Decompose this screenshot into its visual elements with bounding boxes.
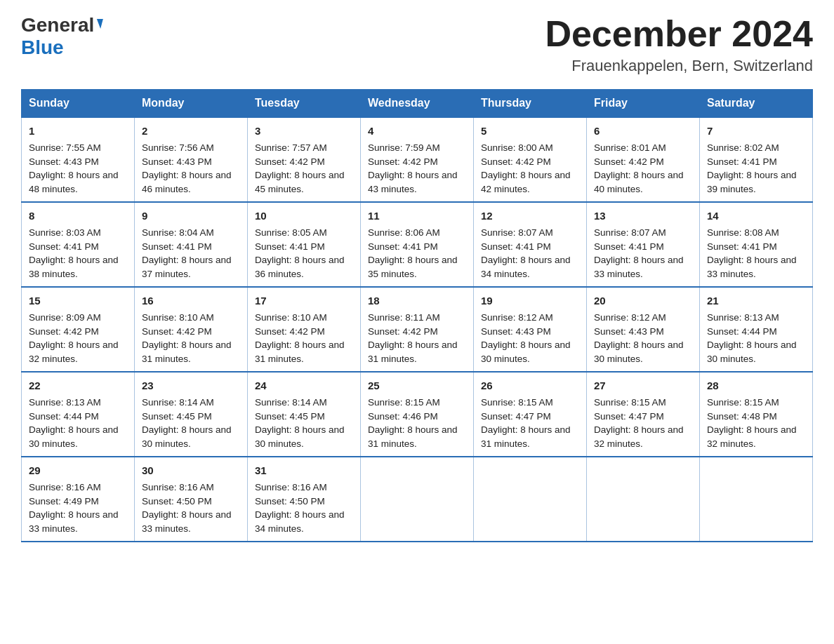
daylight-text: Daylight: 8 hours and 36 minutes. [255, 255, 345, 279]
daylight-text: Daylight: 8 hours and 31 minutes. [368, 340, 458, 364]
sunset-text: Sunset: 4:41 PM [142, 241, 212, 252]
daylight-text: Daylight: 8 hours and 33 minutes. [142, 509, 232, 534]
sunset-text: Sunset: 4:42 PM [29, 326, 99, 337]
sunset-text: Sunset: 4:47 PM [481, 411, 551, 422]
daylight-text: Daylight: 8 hours and 45 minutes. [255, 170, 345, 194]
daylight-text: Daylight: 8 hours and 38 minutes. [29, 255, 119, 279]
calendar-cell [700, 457, 813, 542]
col-friday: Friday [587, 90, 700, 118]
day-number: 3 [255, 123, 353, 139]
daylight-text: Daylight: 8 hours and 31 minutes. [481, 424, 571, 449]
sunset-text: Sunset: 4:43 PM [481, 326, 551, 337]
col-monday: Monday [135, 90, 248, 118]
sunset-text: Sunset: 4:42 PM [368, 326, 438, 337]
logo-arrow-icon [94, 19, 103, 29]
logo-blue-text: Blue [21, 36, 64, 58]
day-number: 13 [594, 208, 692, 224]
daylight-text: Daylight: 8 hours and 35 minutes. [368, 255, 458, 279]
sunset-text: Sunset: 4:44 PM [29, 411, 99, 422]
calendar-cell: 19Sunrise: 8:12 AMSunset: 4:43 PMDayligh… [474, 287, 587, 372]
col-saturday: Saturday [700, 90, 813, 118]
calendar-cell: 26Sunrise: 8:15 AMSunset: 4:47 PMDayligh… [474, 372, 587, 457]
daylight-text: Daylight: 8 hours and 46 minutes. [142, 170, 232, 194]
daylight-text: Daylight: 8 hours and 48 minutes. [29, 170, 119, 194]
sunrise-text: Sunrise: 8:13 AM [707, 312, 779, 323]
sunset-text: Sunset: 4:44 PM [707, 326, 777, 337]
sunrise-text: Sunrise: 8:00 AM [481, 142, 553, 153]
daylight-text: Daylight: 8 hours and 43 minutes. [368, 170, 458, 194]
sunset-text: Sunset: 4:45 PM [142, 411, 212, 422]
sunset-text: Sunset: 4:41 PM [707, 156, 777, 167]
sunset-text: Sunset: 4:41 PM [594, 241, 664, 252]
sunrise-text: Sunrise: 8:05 AM [255, 227, 327, 238]
calendar-table: Sunday Monday Tuesday Wednesday Thursday… [21, 89, 813, 542]
sunrise-text: Sunrise: 8:08 AM [707, 227, 779, 238]
sunrise-text: Sunrise: 8:14 AM [142, 397, 214, 408]
daylight-text: Daylight: 8 hours and 32 minutes. [594, 424, 684, 449]
daylight-text: Daylight: 8 hours and 32 minutes. [29, 340, 119, 364]
sunrise-text: Sunrise: 7:59 AM [368, 142, 440, 153]
day-number: 11 [368, 208, 466, 224]
day-number: 27 [594, 378, 692, 394]
day-number: 7 [707, 123, 805, 139]
day-number: 10 [255, 208, 353, 224]
sunrise-text: Sunrise: 8:15 AM [368, 397, 440, 408]
calendar-cell: 2Sunrise: 7:56 AMSunset: 4:43 PMDaylight… [135, 117, 248, 202]
sunset-text: Sunset: 4:43 PM [142, 156, 212, 167]
daylight-text: Daylight: 8 hours and 33 minutes. [594, 255, 684, 279]
sunset-text: Sunset: 4:42 PM [255, 326, 325, 337]
day-number: 20 [594, 293, 692, 309]
daylight-text: Daylight: 8 hours and 32 minutes. [707, 424, 797, 449]
sunrise-text: Sunrise: 8:04 AM [142, 227, 214, 238]
calendar-cell: 7Sunrise: 8:02 AMSunset: 4:41 PMDaylight… [700, 117, 813, 202]
sunrise-text: Sunrise: 8:10 AM [255, 312, 327, 323]
sunrise-text: Sunrise: 8:03 AM [29, 227, 101, 238]
sunset-text: Sunset: 4:43 PM [29, 156, 99, 167]
day-number: 25 [368, 378, 466, 394]
calendar-cell: 23Sunrise: 8:14 AMSunset: 4:45 PMDayligh… [135, 372, 248, 457]
calendar-cell: 22Sunrise: 8:13 AMSunset: 4:44 PMDayligh… [22, 372, 135, 457]
sunrise-text: Sunrise: 8:16 AM [142, 482, 214, 492]
sunrise-text: Sunrise: 8:16 AM [255, 482, 327, 492]
day-number: 23 [142, 378, 240, 394]
calendar-cell: 24Sunrise: 8:14 AMSunset: 4:45 PMDayligh… [248, 372, 361, 457]
sunset-text: Sunset: 4:48 PM [707, 411, 777, 422]
month-title: December 2024 [545, 14, 813, 54]
calendar-cell: 6Sunrise: 8:01 AMSunset: 4:42 PMDaylight… [587, 117, 700, 202]
day-number: 5 [481, 123, 579, 139]
day-number: 31 [255, 463, 353, 478]
sunrise-text: Sunrise: 8:12 AM [481, 312, 553, 323]
calendar-cell [587, 457, 700, 542]
calendar-cell: 28Sunrise: 8:15 AMSunset: 4:48 PMDayligh… [700, 372, 813, 457]
calendar-cell: 16Sunrise: 8:10 AMSunset: 4:42 PMDayligh… [135, 287, 248, 372]
sunset-text: Sunset: 4:50 PM [255, 496, 325, 507]
col-thursday: Thursday [474, 90, 587, 118]
day-number: 16 [142, 293, 240, 309]
sunrise-text: Sunrise: 8:15 AM [707, 397, 779, 408]
sunrise-text: Sunrise: 8:01 AM [594, 142, 666, 153]
day-number: 30 [142, 463, 240, 478]
day-number: 4 [368, 123, 466, 139]
calendar-week-row: 29Sunrise: 8:16 AMSunset: 4:49 PMDayligh… [22, 457, 813, 542]
sunrise-text: Sunrise: 8:06 AM [368, 227, 440, 238]
daylight-text: Daylight: 8 hours and 31 minutes. [255, 340, 345, 364]
location-title: Frauenkappelen, Bern, Switzerland [545, 57, 813, 75]
day-number: 28 [707, 378, 805, 394]
day-number: 2 [142, 123, 240, 139]
sunset-text: Sunset: 4:41 PM [368, 241, 438, 252]
daylight-text: Daylight: 8 hours and 33 minutes. [29, 509, 119, 534]
calendar-cell: 25Sunrise: 8:15 AMSunset: 4:46 PMDayligh… [361, 372, 474, 457]
day-number: 22 [29, 378, 127, 394]
calendar-cell: 1Sunrise: 7:55 AMSunset: 4:43 PMDaylight… [22, 117, 135, 202]
calendar-week-row: 8Sunrise: 8:03 AMSunset: 4:41 PMDaylight… [22, 202, 813, 287]
daylight-text: Daylight: 8 hours and 34 minutes. [481, 255, 571, 279]
calendar-cell: 15Sunrise: 8:09 AMSunset: 4:42 PMDayligh… [22, 287, 135, 372]
calendar-cell: 9Sunrise: 8:04 AMSunset: 4:41 PMDaylight… [135, 202, 248, 287]
daylight-text: Daylight: 8 hours and 31 minutes. [368, 424, 458, 449]
logo-general-text: General [21, 14, 94, 36]
day-number: 8 [29, 208, 127, 224]
daylight-text: Daylight: 8 hours and 30 minutes. [707, 340, 797, 364]
calendar-cell: 5Sunrise: 8:00 AMSunset: 4:42 PMDaylight… [474, 117, 587, 202]
sunset-text: Sunset: 4:42 PM [594, 156, 664, 167]
day-number: 21 [707, 293, 805, 309]
